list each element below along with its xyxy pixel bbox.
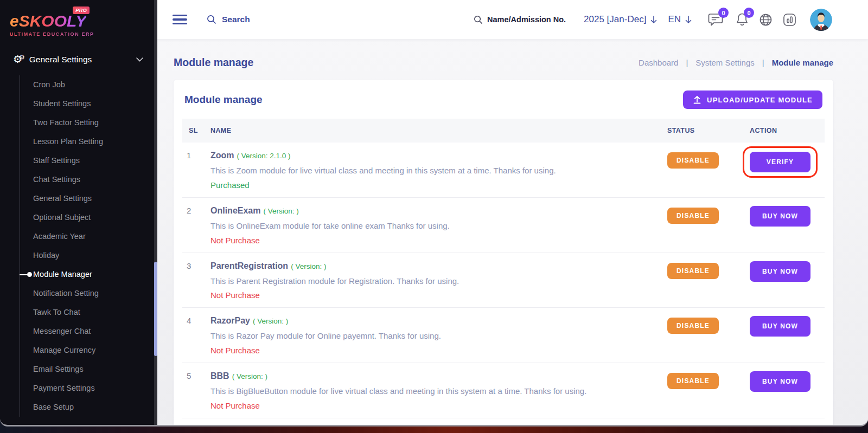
pro-badge: PRO: [73, 7, 90, 14]
disable-button[interactable]: DISABLE: [667, 373, 719, 389]
hamburger-menu-icon[interactable]: [173, 12, 187, 27]
breadcrumb-module-manage: Module manage: [772, 58, 833, 67]
red-highlight-annotation: VERIFY: [743, 146, 818, 178]
buy-now-button[interactable]: BUY NOW: [750, 206, 810, 227]
module-status-cell: DISABLE: [663, 253, 745, 308]
module-action-cell: VERIFY: [745, 143, 825, 197]
module-name: ParentRegistration: [210, 261, 288, 270]
buy-now-button[interactable]: BUY NOW: [750, 261, 810, 282]
sidebar-item-chat-settings[interactable]: Chat Settings: [33, 170, 157, 189]
card-title: Module manage: [184, 94, 263, 106]
admission-search-input[interactable]: Name/Admission No.: [474, 15, 566, 24]
search-icon: [474, 15, 483, 24]
sidebar-submenu: Cron JobStudent SettingsTwo Factor Setti…: [20, 75, 157, 417]
search-icon: [207, 15, 216, 24]
module-action-cell: BUY NOW: [745, 197, 825, 253]
sidebar-item-base-setup[interactable]: Base Setup: [33, 398, 157, 417]
module-name: BBB: [210, 371, 229, 380]
buy-now-button[interactable]: BUY NOW: [750, 316, 810, 337]
sidebar-item-lesson-plan-setting[interactable]: Lesson Plan Setting: [33, 132, 157, 151]
messages-button[interactable]: 0: [708, 12, 723, 27]
user-avatar[interactable]: [810, 9, 832, 31]
website-button[interactable]: [759, 13, 773, 27]
module-version: ( Version: ): [263, 207, 298, 215]
arrow-down-icon: [685, 16, 692, 24]
breadcrumb: Dashboard|System Settings|Module manage: [639, 58, 833, 67]
disable-button[interactable]: DISABLE: [667, 318, 719, 334]
gears-icon: ⚙⚙: [13, 54, 22, 64]
sidebar-item-payment-settings[interactable]: Payment Settings: [33, 379, 157, 398]
disable-button[interactable]: DISABLE: [667, 263, 719, 279]
sidebar-item-messenger-chat[interactable]: Messenger Chat: [33, 322, 157, 341]
disable-button[interactable]: DISABLE: [667, 152, 719, 169]
module-purchase-status: Purchased: [210, 180, 659, 190]
module-row-zoom: 1Zoom( Version: 2.1.0 )This is Zoom modu…: [182, 143, 825, 197]
sidebar-section-general-settings[interactable]: ⚙⚙ General Settings: [0, 42, 157, 73]
brand-logo[interactable]: eSKOOLY PRO ULTIMATE EDUCATION ERP: [0, 0, 157, 42]
module-action-cell: BUY NOW: [745, 253, 825, 308]
sidebar-item-staff-settings[interactable]: Staff Settings: [33, 151, 157, 170]
chevron-down-icon: [136, 57, 143, 62]
verify-button[interactable]: VERIFY: [750, 152, 810, 172]
upload-icon: [693, 95, 701, 104]
module-info-cell: ParentRegistration( Version: )This is Pa…: [206, 253, 663, 308]
module-status-cell: DISABLE: [663, 308, 745, 363]
module-purchase-status: Not Purchase: [210, 346, 659, 355]
module-action-cell: BUY NOW: [745, 418, 825, 425]
module-description: This is Zoom module for live virtual cla…: [210, 165, 659, 177]
module-status-cell: DISABLE: [663, 418, 745, 425]
module-row-razorpay: 4RazorPay( Version: )This is Razor Pay m…: [182, 308, 825, 363]
language-value: EN: [668, 14, 681, 25]
breadcrumb-system-settings[interactable]: System Settings: [695, 58, 754, 67]
sidebar-item-student-settings[interactable]: Student Settings: [33, 94, 157, 113]
module-sl: 4: [182, 308, 206, 363]
buy-now-button[interactable]: BUY NOW: [750, 371, 810, 392]
module-name: RazorPay: [210, 316, 250, 325]
module-info-cell: BBB( Version: )This is BigBlueButton mod…: [206, 363, 663, 418]
upload-button-label: UPLOAD/UPDATE MODULE: [707, 96, 813, 104]
reports-button[interactable]: [783, 13, 796, 27]
module-description: This is BigBlueButton module for live vi…: [210, 385, 659, 397]
module-sl: 2: [182, 197, 206, 253]
arrow-down-icon: [650, 16, 658, 24]
module-purchase-status: Not Purchase: [210, 401, 659, 410]
sidebar-item-academic-year[interactable]: Academic Year: [33, 227, 157, 246]
sidebar-item-email-settings[interactable]: Email Settings: [33, 360, 157, 379]
module-info-cell: OnlineExam( Version: )This is OnlineExam…: [206, 197, 663, 253]
module-sl: 1: [182, 143, 206, 197]
sidebar-item-optional-subject[interactable]: Optional Subject: [33, 208, 157, 227]
module-row-parentregistration: 3ParentRegistration( Version: )This is P…: [182, 253, 825, 308]
module-status-cell: DISABLE: [663, 197, 745, 253]
table-header-row: SL NAME STATUS ACTION: [182, 119, 825, 143]
sidebar-item-holiday[interactable]: Holiday: [33, 246, 157, 265]
sidebar-scrollbar-thumb[interactable]: [154, 262, 157, 356]
language-dropdown[interactable]: EN: [668, 14, 692, 25]
sidebar-item-two-factor-setting[interactable]: Two Factor Setting: [33, 113, 157, 132]
sidebar-item-notification-setting[interactable]: Notification Setting: [33, 284, 157, 303]
sidebar-item-general-settings[interactable]: General Settings: [33, 189, 157, 208]
sidebar-item-tawk-to-chat[interactable]: Tawk To Chat: [33, 303, 157, 322]
sidebar-scrollbar-track[interactable]: [154, 0, 157, 425]
app-window: eSKOOLY PRO ULTIMATE EDUCATION ERP ⚙⚙ Ge…: [0, 0, 868, 426]
breadcrumb-separator: |: [686, 58, 688, 67]
sidebar-item-cron-job[interactable]: Cron Job: [33, 75, 157, 94]
sidebar-item-module-manager[interactable]: Module Manager: [33, 265, 157, 284]
global-search-input[interactable]: Search: [207, 15, 250, 24]
upload-update-module-button[interactable]: UPLOAD/UPDATE MODULE: [683, 91, 822, 109]
content-area: Module manage Dashboard|System Settings|…: [157, 39, 868, 425]
module-row-jitsi: 6Jitsi( Version: )This is Jitsi module f…: [182, 418, 825, 425]
disable-button[interactable]: DISABLE: [667, 208, 719, 224]
brand-name: eSKOOLY: [10, 12, 86, 30]
module-description: This is OnlineExam module for take onlin…: [210, 220, 659, 232]
module-row-onlineexam: 2OnlineExam( Version: )This is OnlineExa…: [182, 197, 825, 253]
breadcrumb-dashboard[interactable]: Dashboard: [639, 58, 678, 67]
module-row-bbb: 5BBB( Version: )This is BigBlueButton mo…: [182, 363, 825, 418]
notifications-button[interactable]: 0: [736, 12, 749, 27]
module-action-cell: BUY NOW: [745, 308, 825, 363]
messages-count-badge: 0: [718, 8, 729, 18]
session-dropdown[interactable]: 2025 [Jan-Dec]: [584, 14, 658, 25]
sidebar-item-manage-currency[interactable]: Manage Currency: [33, 341, 157, 360]
admission-search-placeholder: Name/Admission No.: [487, 15, 566, 24]
session-value: 2025 [Jan-Dec]: [584, 14, 646, 25]
module-sl: 5: [182, 363, 206, 418]
